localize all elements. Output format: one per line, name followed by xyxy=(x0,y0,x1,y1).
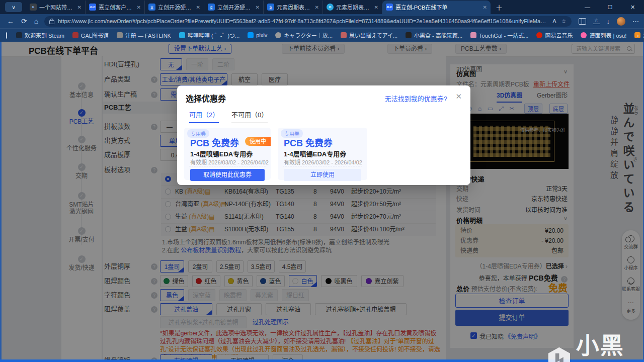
bookmark-favicon xyxy=(406,32,412,38)
tab-favicon: O xyxy=(327,4,334,11)
heybox-logo-icon xyxy=(546,345,572,362)
bookmark-item[interactable]: キャラクター｜放... xyxy=(275,31,333,39)
bookmark-favicon xyxy=(117,32,123,38)
back-icon[interactable]: ← xyxy=(7,17,14,25)
bookmark-item[interactable]: GAL图书馆 xyxy=(72,31,109,39)
coupon-validity: 有效期 2026/03/02 - 2026/04/02 xyxy=(190,158,269,166)
tab-close-icon[interactable]: ✕ xyxy=(196,5,200,10)
tab-favicon: JLC xyxy=(89,4,96,11)
heybox-watermark: 小黑盒 xyxy=(546,327,644,362)
bookmarks-overflow-icon[interactable]: › xyxy=(637,32,639,39)
bookmark-label: 欢迎来到 Steam xyxy=(25,31,64,39)
tab-close-icon[interactable]: ✕ xyxy=(137,5,141,10)
coupon-modal: 选择优惠券 无法找到我的优惠券? ✕ 可用（2） 不可用（0） 专用券 PCB … xyxy=(177,85,470,185)
bookmark-item[interactable]: 谱面列表 | osu! xyxy=(581,31,626,39)
bookmark-favicon xyxy=(536,32,542,38)
coupon-not-found-link[interactable]: 无法找到我的优惠券? xyxy=(385,94,447,103)
bookmark-label: TouchGal - 一站式... xyxy=(479,31,528,39)
bookmark-item[interactable]: 网易云音乐 xyxy=(536,31,573,39)
tab-close-icon[interactable]: ✕ xyxy=(374,5,378,10)
bookmark-label: 注册 — FASTLINK xyxy=(125,31,171,39)
tab-favicon: 立 xyxy=(148,4,155,11)
bookmark-label: 哔哩哔哩 ( ゜-゜)つ... xyxy=(188,31,239,39)
coupon-title: PCB 免费券 xyxy=(190,136,239,149)
favorite-star-icon[interactable]: ☆ xyxy=(561,18,567,25)
browser-tab[interactable]: JLC 嘉立创客户中心 ✕ xyxy=(86,1,145,14)
bookmark-label: キャラクター｜放... xyxy=(284,31,333,39)
bookmark-label: GAL图书馆 xyxy=(81,31,109,39)
bookmark-label: 网易云音乐 xyxy=(545,31,573,39)
browser-tab[interactable]: 立 立创开源硬件平台 ✕ xyxy=(145,1,204,14)
tab-favicon: 立 xyxy=(267,4,274,11)
tab-favicon: JLC xyxy=(386,4,393,11)
refresh-icon[interactable]: ⟳ xyxy=(21,17,27,25)
coupon-card[interactable]: 专用券 PCB 免费券 1-4层喷锡EDA专用券 有效期 2026/03/02 … xyxy=(278,128,367,180)
coupon-validity: 有效期 2026/03/02 - 2026/04/02 xyxy=(284,158,362,166)
window-frame-left xyxy=(0,41,2,359)
coupon-title: PCB 免费券 xyxy=(284,136,333,149)
tab-title: 立创开源硬件平台 xyxy=(217,3,253,11)
close-icon[interactable]: ✕ xyxy=(455,92,462,101)
minimize-button[interactable]: — xyxy=(576,0,599,14)
bookmark-item[interactable]: 小黑盒 - 高能玩家... xyxy=(406,31,462,39)
tab-close-icon[interactable]: ✕ xyxy=(315,5,319,10)
bookmark-item[interactable]: pixiv xyxy=(248,32,267,38)
bookmark-item[interactable]: 思い出掴えてアイ... xyxy=(341,31,397,39)
coupon-card[interactable]: 专用券 PCB 免费券 使用中 1-4层喷锡EDA专用券 有效期 2026/03… xyxy=(184,128,271,180)
bookmark-item[interactable]: 注册 — FASTLINK xyxy=(117,31,171,39)
browser-tab-bar: ∨ h 一个网站带你每月白嫖两套PCB小 ✕ JLC 嘉立创客户中心 ✕ 立 立… xyxy=(0,0,644,14)
reading-list-icon[interactable] xyxy=(6,32,7,39)
bookmark-favicon xyxy=(581,32,587,38)
browser-tab[interactable]: 立 立创开源硬件平台 ✕ xyxy=(204,1,264,14)
tab-favicon: h xyxy=(30,4,37,11)
read-aloud-icon[interactable]: A xyxy=(552,18,556,24)
browser-toolbar: ← ⟳ ⌂ https://www.jlc.com/newOrder/#/pcb… xyxy=(0,14,644,28)
page-content: PCB在线下单平台 设置下单默认工艺 › 下单前技术员必看 › 下单员必看 › … xyxy=(0,41,644,362)
downloads-icon[interactable]: ↓ xyxy=(607,18,610,25)
split-screen-icon[interactable] xyxy=(579,18,586,25)
browser-tab[interactable]: h 一个网站带你每月白嫖两套PCB小 ✕ xyxy=(26,1,86,14)
profile-avatar[interactable] xyxy=(617,17,625,26)
bookmark-item[interactable]: 哔哩哔哩 ( ゜-゜)つ... xyxy=(179,31,239,39)
browser-tab-active[interactable]: JLC 嘉立创-PCB在线下单 ✕ xyxy=(382,1,491,14)
tab-close-icon[interactable]: ✕ xyxy=(483,5,487,10)
close-window-button[interactable]: ✕ xyxy=(621,0,644,14)
bookmark-item[interactable]: 游戏手柄测试仪 -... xyxy=(634,31,644,39)
bookmark-label: 思い出掴えてアイ... xyxy=(349,31,397,39)
tab-unavailable-coupons[interactable]: 不可用（0） xyxy=(231,110,268,123)
favorites-icon[interactable]: ☆ xyxy=(593,18,600,24)
tab-title: 嘉立创-PCB在线下单 xyxy=(395,3,480,11)
divider xyxy=(189,166,266,166)
url-text[interactable]: https://www.jlc.com/newOrder/#/pcb/pcbPl… xyxy=(58,18,547,24)
tab-close-icon[interactable]: ✕ xyxy=(256,5,260,10)
bookmark-label: 小黑盒 - 高能玩家... xyxy=(414,31,462,39)
bookmark-favicon xyxy=(248,32,254,38)
modal-title: 选择优惠券 xyxy=(186,92,226,104)
tab-close-icon[interactable]: ✕ xyxy=(77,5,82,10)
bookmark-favicon xyxy=(275,32,281,38)
tab-title: 一个网站带你每月白嫖两套PCB小 xyxy=(39,3,75,11)
settings-more-icon[interactable]: ⋯ xyxy=(632,18,639,25)
lock-icon xyxy=(49,20,54,24)
divider xyxy=(283,166,362,166)
tab-title: 元素周期表PCB板（可白嫖）|元 xyxy=(336,3,372,11)
maximize-button[interactable]: ☐ xyxy=(599,0,621,14)
bookmark-item[interactable]: TouchGal - 一站式... xyxy=(470,31,528,39)
watermark-label: 小黑盒 xyxy=(576,327,644,362)
bookmarks-bar: 欢迎来到 Steam GAL图书馆 注册 — FASTLINK 哔哩哔哩 ( ゜… xyxy=(0,28,644,42)
tab-search-dropdown-icon[interactable]: ∨ xyxy=(5,2,22,12)
tab-available-coupons[interactable]: 可用（2） xyxy=(189,110,219,123)
bookmark-favicon xyxy=(341,32,347,38)
tab-favicon: 立 xyxy=(208,4,215,11)
address-bar[interactable]: https://www.jlc.com/newOrder/#/pcb/pcbPl… xyxy=(44,16,571,27)
browser-tab[interactable]: O 元素周期表PCB板（可白嫖）|元 ✕ xyxy=(323,1,382,14)
new-tab-button[interactable]: ＋ xyxy=(496,2,503,12)
bookmark-label: 谱面列表 | osu! xyxy=(589,31,626,39)
cancel-coupon-button[interactable]: 取消使用此优惠券 xyxy=(190,169,265,181)
bookmark-label: pixiv xyxy=(256,32,267,38)
browser-tab[interactable]: 立 元素周期表PCB板（可白嫖）- 立 ✕ xyxy=(264,1,323,14)
window-controls: — ☐ ✕ xyxy=(576,0,644,14)
bookmark-item[interactable]: 欢迎来到 Steam xyxy=(16,31,64,39)
use-coupon-button[interactable]: 立即使用 xyxy=(284,169,361,181)
home-icon[interactable]: ⌂ xyxy=(34,17,38,25)
